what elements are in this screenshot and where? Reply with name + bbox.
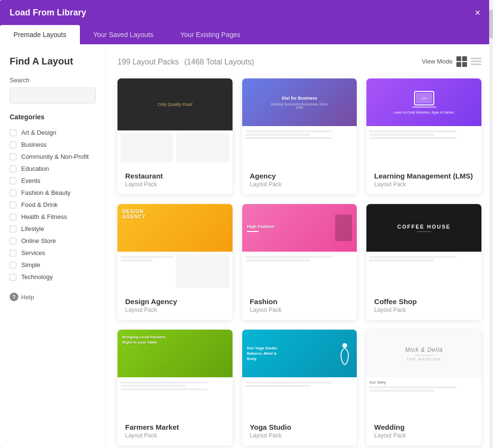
card-lms[interactable]: </> Learn to Code Websites, Apps & Games xyxy=(366,78,481,194)
category-checkbox-health[interactable] xyxy=(10,214,16,220)
restaurant-hero-text: Only Quality Food xyxy=(153,102,197,107)
yoga-hero-text: Divi Yoga StudioBalance, Mind &Body xyxy=(247,346,277,362)
laptop-icon: </> xyxy=(412,90,436,109)
category-checkbox-events[interactable] xyxy=(10,178,16,184)
category-checkbox-online-store[interactable] xyxy=(10,238,16,244)
category-online-store[interactable]: Online Store xyxy=(10,235,96,247)
design-agency-hero: DESIGNAGENCY xyxy=(117,204,233,252)
wedding-story-text: Our Story xyxy=(369,380,479,384)
category-label-art: Art & Design xyxy=(21,129,56,136)
category-checkbox-services[interactable] xyxy=(10,250,16,256)
fashion-body xyxy=(242,252,357,291)
sidebar-title: Find A Layout xyxy=(10,56,96,67)
card-design-agency[interactable]: DESIGNAGENCY Design xyxy=(117,204,233,320)
design-body-img xyxy=(176,255,229,288)
category-services[interactable]: Services xyxy=(10,247,96,259)
category-technology[interactable]: Technology xyxy=(10,271,96,283)
tab-premade[interactable]: Premade Layouts xyxy=(0,25,80,44)
fashion-divider xyxy=(247,231,259,232)
card-agency[interactable]: Divi for Business Building Successful Bu… xyxy=(242,78,357,194)
preview-line xyxy=(245,385,311,387)
category-business[interactable]: Business xyxy=(10,139,96,151)
svg-rect-3 xyxy=(412,106,436,108)
farmers-body xyxy=(117,377,233,416)
agency-preview: Divi for Business Building Successful Bu… xyxy=(242,78,357,165)
category-health[interactable]: Health & Fitness xyxy=(10,211,96,223)
category-education[interactable]: Education xyxy=(10,163,96,175)
category-checkbox-art[interactable] xyxy=(10,129,16,136)
card-farmers-market[interactable]: Bringing Local FarmersRight to your Tabl… xyxy=(117,330,233,446)
tabs-bar: Premade Layouts Your Saved Layouts Your … xyxy=(0,25,493,44)
card-type-lms: Layout Pack xyxy=(374,181,474,188)
wedding-body: Our Story xyxy=(366,377,481,416)
card-image-coffee-shop: COFFEE HOUSE xyxy=(366,204,481,291)
card-info-fashion: Fashion Layout Pack xyxy=(242,291,357,320)
layouts-grid: Only Quality Food Restaurant Layout Pack xyxy=(117,78,481,446)
card-image-agency: Divi for Business Building Successful Bu… xyxy=(242,78,357,165)
agency-hero: Divi for Business Building Successful Bu… xyxy=(242,78,357,126)
search-input[interactable] xyxy=(10,88,96,103)
card-restaurant[interactable]: Only Quality Food Restaurant Layout Pack xyxy=(117,78,233,194)
sidebar: Find A Layout Search Categories Art & De… xyxy=(0,44,106,448)
card-name-design-agency: Design Agency xyxy=(125,297,225,306)
lms-hero-text: Learn to Code Websites, Apps & Games xyxy=(390,111,458,114)
layout-count-area: 199 Layout Packs (1468 Total Layouts) xyxy=(117,56,254,67)
category-label-services: Services xyxy=(21,249,45,256)
rest-section-1 xyxy=(120,133,173,162)
yoga-hero: Divi Yoga StudioBalance, Mind &Body xyxy=(242,330,357,377)
category-checkbox-education[interactable] xyxy=(10,166,16,172)
card-info-agency: Agency Layout Pack xyxy=(242,165,357,194)
yoga-text-area: Divi Yoga StudioBalance, Mind &Body xyxy=(247,346,277,362)
agency-hero-text: Divi for Business Building Successful Bu… xyxy=(271,96,328,109)
category-checkbox-food[interactable] xyxy=(10,202,16,208)
category-checkbox-technology[interactable] xyxy=(10,274,16,281)
category-simple[interactable]: Simple xyxy=(10,259,96,271)
tab-existing[interactable]: Your Existing Pages xyxy=(167,25,254,44)
category-fashion[interactable]: Fashion & Beauty xyxy=(10,187,96,199)
tab-saved[interactable]: Your Saved Layouts xyxy=(80,25,167,44)
scrollbar[interactable] xyxy=(489,44,493,448)
grid-view-button[interactable] xyxy=(456,56,467,67)
category-community[interactable]: Community & Non-Profit xyxy=(10,151,96,163)
category-checkbox-fashion[interactable] xyxy=(10,190,16,196)
category-lifestyle[interactable]: Lifestyle xyxy=(10,223,96,235)
card-coffee-shop[interactable]: COFFEE HOUSE Coffee Shop Layout Pack xyxy=(366,204,481,320)
category-food[interactable]: Food & Drink xyxy=(10,199,96,211)
lms-body xyxy=(366,126,481,165)
card-type-agency: Layout Pack xyxy=(250,181,350,188)
design-agency-hero-text: DESIGNAGENCY xyxy=(122,209,146,219)
category-label-business: Business xyxy=(21,141,47,148)
category-events[interactable]: Events xyxy=(10,175,96,187)
rest-section-2 xyxy=(176,133,229,162)
modal-title: Load From Library xyxy=(10,8,86,18)
preview-line xyxy=(369,386,456,388)
wedding-subtitle: THE WEDDING xyxy=(407,358,441,361)
card-type-restaurant: Layout Pack xyxy=(125,181,225,188)
fashion-hero-text-area: High Fashion xyxy=(247,224,274,232)
svg-point-4 xyxy=(342,343,347,348)
modal: Load From Library × Premade Layouts Your… xyxy=(0,0,493,448)
category-checkbox-lifestyle[interactable] xyxy=(10,226,16,232)
category-checkbox-simple[interactable] xyxy=(10,262,16,269)
card-name-fashion: Fashion xyxy=(250,297,350,306)
card-fashion[interactable]: High Fashion Fashion xyxy=(242,204,357,320)
list-view-button[interactable] xyxy=(471,58,481,65)
category-label-technology: Technology xyxy=(21,273,53,281)
modal-header: Load From Library × xyxy=(0,0,493,25)
card-wedding[interactable]: Mick & Della THE WEDDING Our Story xyxy=(366,330,481,446)
category-label-events: Events xyxy=(21,177,40,184)
card-info-coffee-shop: Coffee Shop Layout Pack xyxy=(366,291,481,320)
help-link[interactable]: ? Help xyxy=(10,293,96,301)
close-button[interactable]: × xyxy=(472,7,483,18)
category-checkbox-community[interactable] xyxy=(10,154,16,160)
card-type-yoga-studio: Layout Pack xyxy=(250,432,350,439)
yoga-body xyxy=(242,377,357,416)
category-art[interactable]: Art & Design xyxy=(10,127,96,139)
lms-hero: </> Learn to Code Websites, Apps & Games xyxy=(366,78,481,126)
category-label-community: Community & Non-Profit xyxy=(21,153,89,160)
coffee-hero: COFFEE HOUSE xyxy=(366,204,481,252)
category-checkbox-business[interactable] xyxy=(10,141,16,148)
card-yoga-studio[interactable]: Divi Yoga StudioBalance, Mind &Body xyxy=(242,330,357,446)
design-body-col xyxy=(120,255,174,288)
card-info-design-agency: Design Agency Layout Pack xyxy=(117,291,233,320)
